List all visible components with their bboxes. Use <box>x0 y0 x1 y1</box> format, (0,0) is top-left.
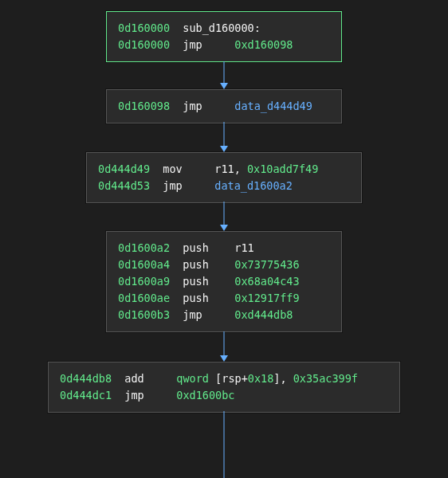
address: 0d160000 <box>118 38 170 51</box>
asm-token: 0x68a04c43 <box>234 275 299 288</box>
edge <box>224 202 225 225</box>
asm-token: 0xd160098 <box>234 38 293 51</box>
asm-token: jmp <box>183 308 234 321</box>
basic-block-b0[interactable]: 0d160000 sub_d160000: 0d160000 jmp 0xd16… <box>106 11 342 62</box>
address: 0d444dc1 <box>60 389 112 402</box>
asm-token: push <box>183 275 234 288</box>
arrow-down-icon <box>220 83 228 89</box>
basic-block-b2[interactable]: 0d444d49 mov r11, 0x10add7f49 0d444d53 j… <box>86 152 362 203</box>
address: 0d444d53 <box>98 179 150 192</box>
address: 0d1600ae <box>118 292 170 304</box>
asm-token: add <box>124 372 176 385</box>
asm-token: 0xd444db8 <box>234 308 293 321</box>
edge <box>224 411 225 478</box>
asm-token: 0x10add7f49 <box>247 163 318 175</box>
basic-block-b3[interactable]: 0d1600a2 push r11 0d1600a4 push 0x737754… <box>106 231 342 332</box>
edge <box>224 122 225 146</box>
asm-token: r11, <box>214 163 247 175</box>
address: 0d1600b3 <box>118 308 170 321</box>
asm-token: r11 <box>234 241 253 254</box>
asm-token: push <box>183 258 234 271</box>
arrow-down-icon <box>220 355 228 362</box>
asm-token: + <box>242 372 248 385</box>
basic-block-b1[interactable]: 0d160098 jmp data_d444d49 <box>106 89 342 123</box>
asm-token: ], <box>273 372 293 385</box>
asm-token: push <box>183 241 234 254</box>
address: 0d1600a2 <box>118 241 170 254</box>
asm-token: data_d1600a2 <box>214 179 293 192</box>
basic-block-b4[interactable]: 0d444db8 add qword [rsp+0x18], 0x35ac399… <box>48 362 400 413</box>
arrow-down-icon <box>220 146 228 152</box>
address: 0d444db8 <box>60 372 112 385</box>
asm-token: 0x73775436 <box>234 258 299 271</box>
address: 0d1600a4 <box>118 258 170 271</box>
address: 0d1600a9 <box>118 275 170 288</box>
asm-token: mov <box>163 163 214 175</box>
arrow-down-icon <box>220 225 228 231</box>
asm-token: 0xd1600bc <box>176 389 234 402</box>
asm-token: sub_d160000: <box>183 22 261 34</box>
asm-token: jmp <box>163 179 214 192</box>
asm-token: data_d444d49 <box>234 100 312 112</box>
asm-token: jmp <box>124 389 176 402</box>
cfg-canvas: 0d160000 sub_d160000: 0d160000 jmp 0xd16… <box>0 0 448 478</box>
asm-token: jmp <box>183 100 234 112</box>
edge <box>224 61 225 83</box>
address: 0d444d49 <box>98 163 150 175</box>
asm-token: 0x18 <box>248 372 274 385</box>
asm-token: jmp <box>183 38 234 51</box>
asm-token: rsp <box>222 372 241 385</box>
asm-token: qword <box>176 372 215 385</box>
address: 0d160098 <box>118 100 170 112</box>
asm-token: 0x35ac399f <box>293 372 358 385</box>
asm-token: push <box>183 292 234 304</box>
address: 0d160000 <box>118 22 170 34</box>
edge <box>224 331 225 355</box>
asm-token: 0x12917ff9 <box>234 292 299 304</box>
